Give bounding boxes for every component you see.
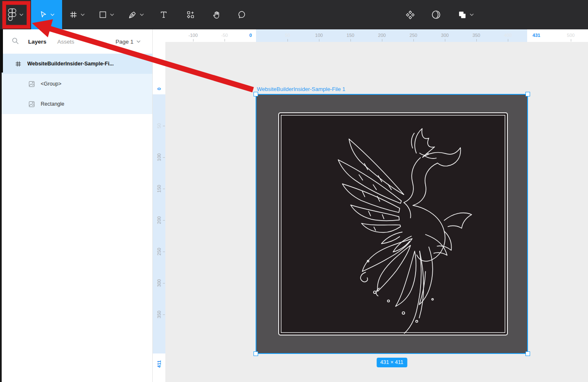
ruler-label: -50 [221, 33, 228, 38]
ruler-label: 50 [157, 123, 162, 128]
chevron-down-icon [136, 40, 141, 43]
layers-panel: Layers Assets Page 1 WebsiteBuilderInsid… [0, 29, 153, 382]
hand-icon [212, 10, 222, 20]
ruler-label: 431 [533, 33, 540, 38]
selection-handle-bottom-left[interactable] [253, 351, 258, 356]
tab-layers[interactable]: Layers [28, 39, 47, 45]
ruler-label: 250 [410, 33, 417, 38]
selected-frame[interactable]: 431 × 411 [256, 94, 528, 353]
layer-name: WebsiteBuilderInsider-Sample-Fi... [27, 61, 114, 67]
figma-app-window: Layers Assets Page 1 WebsiteBuilderInsid… [0, 0, 588, 382]
ruler-label: 400 [504, 33, 512, 38]
layer-row-rectangle[interactable]: Rectangle [0, 94, 152, 114]
frame-icon [15, 61, 21, 67]
chevron-down-icon [470, 13, 474, 16]
ruler-label: 0 [249, 33, 252, 38]
toolbar-right-group [397, 0, 482, 29]
text-tool-button[interactable] [150, 0, 177, 29]
mask-icon [431, 10, 441, 20]
search-icon[interactable] [12, 37, 19, 46]
layer-name: <Group> [41, 81, 61, 87]
pen-icon [128, 10, 137, 20]
ruler-label: 200 [378, 33, 386, 38]
chevron-down-icon [50, 13, 55, 16]
hand-tool-button[interactable] [204, 0, 229, 29]
text-tool-icon [159, 10, 168, 19]
selection-handle-top-left[interactable] [253, 92, 258, 96]
boolean-union-icon [457, 10, 467, 20]
selection-handle-top-right[interactable] [525, 92, 530, 96]
ruler-label: 300 [157, 279, 162, 287]
toolbar-left-group [0, 0, 254, 29]
ruler-label: 250 [157, 248, 162, 255]
pen-tool-button[interactable] [121, 0, 150, 29]
comment-tool-button[interactable] [229, 0, 254, 29]
window-edge-strip [0, 29, 2, 382]
shape-tool-button[interactable] [91, 0, 121, 29]
panel-header: Layers Assets Page 1 [0, 29, 152, 54]
page-selector[interactable]: Page 1 [115, 39, 141, 45]
tab-assets[interactable]: Assets [57, 39, 75, 45]
comment-bubble-icon [237, 10, 246, 19]
layer-name: Rectangle [41, 101, 64, 107]
ruler-label: 100 [157, 153, 162, 161]
phoenix-artwork[interactable] [278, 112, 508, 335]
frame-title-label[interactable]: WebsiteBuilderInsider-Sample-File 1 [257, 86, 345, 92]
ruler-label: 100 [315, 33, 323, 38]
ruler-label: 350 [473, 33, 480, 38]
create-component-button[interactable] [397, 0, 423, 29]
figma-logo-icon [8, 8, 17, 21]
use-as-mask-button[interactable] [423, 0, 449, 29]
move-cursor-icon [39, 10, 48, 19]
component-plus-icon [186, 10, 195, 19]
ruler-selection-highlight [256, 29, 527, 42]
top-toolbar [0, 0, 588, 29]
ruler-label: 500 [567, 33, 575, 38]
page-selector-label: Page 1 [115, 39, 133, 45]
figma-main-menu-button[interactable] [0, 0, 31, 29]
ruler-label: 200 [157, 216, 162, 224]
move-tool-button[interactable] [31, 0, 62, 29]
component-diamonds-icon [405, 10, 415, 20]
frame-tool-button[interactable] [62, 0, 91, 29]
layer-row-frame[interactable]: WebsiteBuilderInsider-Sample-Fi... [0, 54, 152, 74]
ruler-label: 150 [347, 33, 354, 38]
chevron-down-icon [81, 13, 85, 16]
layer-row-group[interactable]: <Group> [0, 74, 152, 94]
ruler-label: 0 [157, 88, 162, 90]
vertical-ruler: 0 50 100 150 200 250 300 350 411 [153, 29, 165, 382]
ruler-label: -100 [188, 33, 198, 38]
chevron-down-icon [140, 13, 144, 16]
horizontal-ruler: -100 -50 0 50 100 150 200 250 300 350 40… [165, 29, 588, 42]
ruler-label: 350 [157, 311, 162, 318]
selection-handle-bottom-right[interactable] [525, 351, 530, 356]
canvas-viewport[interactable]: WebsiteBuilderInsider-Sample-File 1 [165, 42, 588, 382]
window-edge-strip [0, 29, 3, 73]
boolean-groups-button[interactable] [449, 0, 482, 29]
ruler-label: 50 [285, 33, 290, 38]
selection-size-badge: 431 × 411 [376, 358, 407, 367]
ruler-label: 300 [441, 33, 449, 38]
chevron-down-icon [110, 13, 114, 16]
ruler-label: 411 [157, 360, 162, 368]
image-icon [29, 101, 35, 107]
ruler-label: 150 [157, 185, 162, 192]
image-icon [29, 81, 35, 87]
resources-tool-button[interactable] [177, 0, 204, 29]
chevron-down-icon [19, 13, 24, 16]
phoenix-line-art [279, 113, 507, 334]
rectangle-icon [98, 10, 107, 19]
frame-grid-icon [69, 10, 78, 19]
